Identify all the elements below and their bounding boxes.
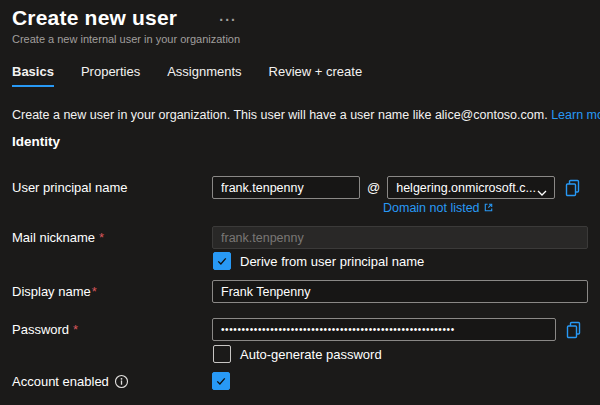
display-name-input[interactable] [212, 280, 588, 303]
external-link-icon [483, 202, 494, 216]
upn-input[interactable] [212, 176, 360, 199]
chevron-down-icon [537, 185, 547, 199]
password-copy-icon[interactable] [566, 321, 582, 339]
mail-nickname-input [212, 226, 588, 249]
mail-nickname-label: Mail nickname* [12, 230, 212, 245]
tab-basics[interactable]: Basics [12, 64, 54, 87]
derive-checkbox-label: Derive from user principal name [240, 254, 424, 269]
tab-properties[interactable]: Properties [81, 64, 140, 87]
tab-review-create[interactable]: Review + create [269, 64, 363, 87]
checkmark-icon [215, 375, 227, 387]
domain-not-listed-link[interactable]: Domain not listed [383, 201, 494, 216]
page-title: Create new user [12, 6, 177, 30]
tab-assignments[interactable]: Assignments [167, 64, 241, 87]
domain-select[interactable]: helgering.onmicrosoft.c... [387, 176, 555, 199]
checkmark-icon [216, 255, 228, 267]
display-name-label: Display name* [12, 284, 212, 299]
required-asterisk: * [99, 230, 104, 245]
mail-nickname-row: Mail nickname* [12, 226, 588, 249]
account-enabled-label: Account enabled [12, 374, 212, 389]
page-subtitle: Create a new internal user in your organ… [12, 33, 240, 45]
learn-more-link[interactable]: Learn more [551, 108, 600, 122]
account-enabled-checkbox[interactable] [212, 372, 230, 390]
more-options-icon[interactable]: ... [219, 8, 237, 24]
password-input[interactable] [212, 318, 556, 341]
required-asterisk: * [92, 284, 97, 299]
auto-generate-password-checkbox[interactable] [213, 345, 231, 363]
at-separator: @ [367, 180, 380, 195]
password-row: Password* [12, 318, 582, 341]
page-header: Create new user ... [12, 6, 237, 30]
upn-label: User principal name [12, 180, 212, 195]
password-label: Password* [12, 322, 212, 337]
autogen-checkbox-row: Auto-generate password [213, 345, 382, 363]
intro-sentence: Create a new user in your organization. … [12, 108, 548, 122]
tab-bar: Basics Properties Assignments Review + c… [12, 64, 389, 87]
upn-copy-icon[interactable] [565, 179, 581, 197]
create-new-user-page: Create new user ... Create a new interna… [0, 0, 600, 405]
derive-from-upn-checkbox[interactable] [213, 252, 231, 270]
required-asterisk: * [73, 322, 78, 337]
autogen-checkbox-label: Auto-generate password [240, 347, 382, 362]
domain-selected-value: helgering.onmicrosoft.c... [396, 181, 536, 195]
info-icon[interactable] [114, 374, 129, 389]
intro-text: Create a new user in your organization. … [12, 108, 600, 123]
upn-row: User principal name @ helgering.onmicros… [12, 176, 581, 199]
derive-checkbox-row: Derive from user principal name [213, 252, 424, 270]
identity-section-title: Identity [12, 134, 60, 149]
account-enabled-row: Account enabled [12, 372, 230, 390]
display-name-row: Display name* [12, 280, 588, 303]
